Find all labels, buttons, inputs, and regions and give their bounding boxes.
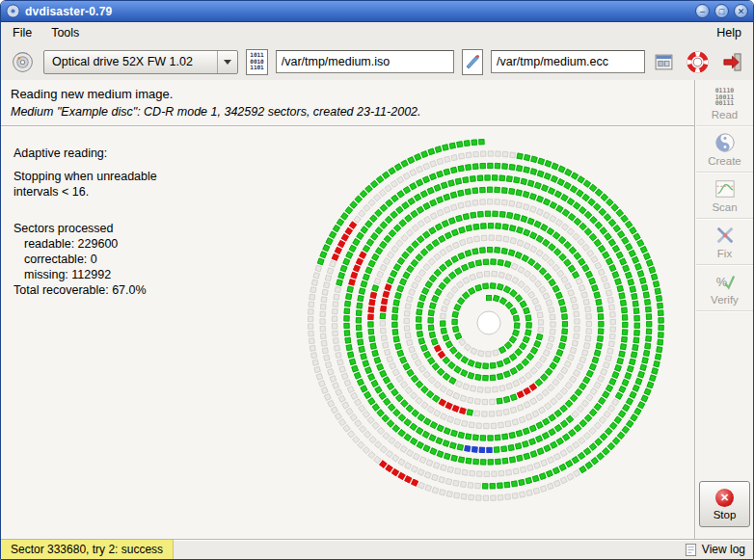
lifesaver-icon: [687, 51, 709, 73]
correctable-count: correctable: 0: [13, 252, 157, 267]
menubar: File Tools Help: [1, 22, 753, 43]
ecc-file-icon[interactable]: [462, 49, 483, 75]
stop-condition-line2: intervals < 16.: [13, 184, 157, 200]
window-icon[interactable]: [6, 4, 20, 18]
sector-statistics: Adaptive reading: Stopping when unreadab…: [13, 146, 157, 298]
total-recoverable: Total recoverable: 67.0%: [13, 282, 157, 298]
create-icon: [714, 132, 736, 153]
drive-select-value: Optical drive 52X FW 1.02: [52, 55, 193, 68]
quit-button[interactable]: [720, 50, 744, 74]
svg-text:%: %: [715, 274, 726, 288]
operation-status: Reading new medium image.: [11, 87, 685, 101]
main-content: Reading new medium image. Medium "Exampl…: [1, 80, 753, 539]
preferences-button[interactable]: [653, 51, 675, 73]
medium-description: Medium "Example disc": CD-R mode 1, 3425…: [11, 105, 685, 119]
window-title: dvdisaster-0.79: [25, 5, 112, 18]
stop-condition-line1: Stopping when unreadable: [13, 169, 157, 184]
read-bits-icon: 01110 10011 00111: [715, 88, 735, 107]
scan-button[interactable]: Scan: [696, 173, 753, 219]
stop-icon: ✕: [715, 489, 734, 507]
drive-select-combo[interactable]: Optical drive 52X FW 1.02: [43, 50, 238, 74]
adaptive-reading-heading: Adaptive reading:: [13, 146, 157, 161]
drive-select-button[interactable]: [10, 49, 36, 75]
help-button[interactable]: [686, 50, 710, 74]
stop-button[interactable]: ✕ Stop: [699, 481, 750, 527]
verify-button[interactable]: % Verify: [696, 265, 753, 311]
close-button[interactable]: ✕: [734, 4, 748, 18]
menu-file[interactable]: File: [3, 24, 41, 41]
sectors-processed-heading: Sectors processed: [13, 221, 157, 236]
image-file-input[interactable]: [276, 50, 454, 73]
verify-icon: %: [714, 271, 736, 292]
log-icon: [685, 543, 697, 557]
create-button[interactable]: Create: [696, 126, 753, 173]
exit-arrow-icon: [721, 51, 743, 73]
chevron-down-icon[interactable]: [217, 51, 237, 73]
statusbar: Sector 333680, try 2: success View log: [1, 539, 753, 559]
drive-icon: [11, 50, 35, 74]
menu-tools[interactable]: Tools: [41, 24, 89, 41]
toolbar: Optical drive 52X FW 1.02 1011 0010 1101: [1, 43, 753, 80]
view-log-button[interactable]: View log: [677, 540, 753, 559]
preferences-icon: [654, 52, 674, 72]
minimize-button[interactable]: –: [695, 4, 710, 18]
status-message: Sector 333680, try 2: success: [1, 540, 174, 559]
fix-button[interactable]: Fix: [696, 219, 753, 265]
reading-area: Reading new medium image. Medium "Exampl…: [1, 80, 695, 539]
ecc-file-input[interactable]: [491, 50, 645, 73]
app-window: dvdisaster-0.79 – □ ✕ File Tools Help Op…: [0, 0, 754, 560]
read-button[interactable]: 01110 10011 00111 Read: [696, 82, 753, 126]
disc-spiral: [300, 134, 678, 512]
titlebar: dvdisaster-0.79 – □ ✕: [1, 1, 753, 22]
maximize-button[interactable]: □: [714, 4, 729, 18]
fix-icon: [714, 225, 736, 246]
readable-count: readable: 229600: [13, 236, 157, 252]
image-file-icon[interactable]: 1011 0010 1101: [246, 49, 267, 75]
scan-icon: [714, 178, 736, 200]
menu-help[interactable]: Help: [707, 24, 751, 41]
action-sidebar: 01110 10011 00111 Read Create: [695, 80, 753, 539]
medium-info-panel: Reading new medium image. Medium "Exampl…: [1, 80, 694, 126]
missing-count: missing: 112992: [13, 267, 157, 282]
